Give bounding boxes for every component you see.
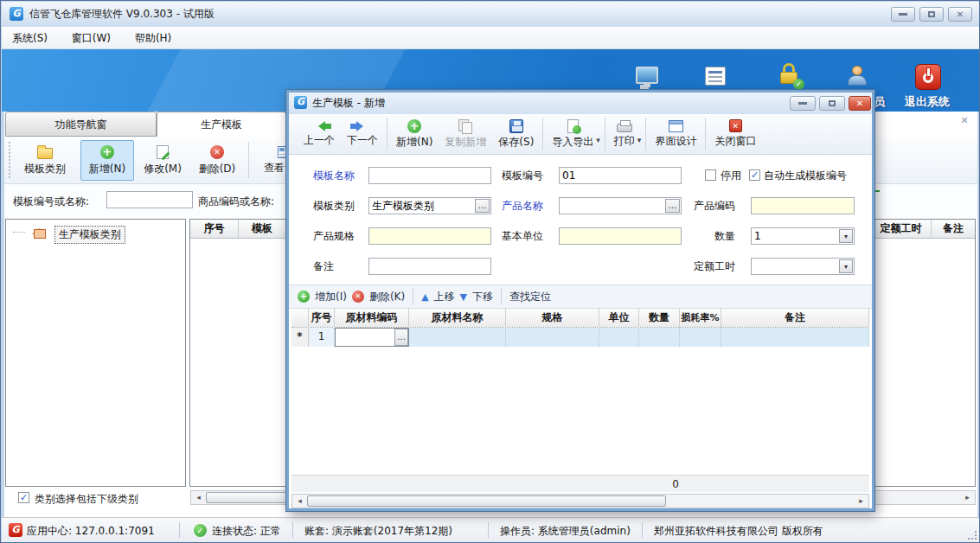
toolbar-separator	[705, 118, 706, 150]
list-header-quota-hours[interactable]: 定额工时	[871, 220, 932, 239]
tab-production-template[interactable]: 生产模板	[157, 112, 286, 137]
grid-delete-button[interactable]: 删除(K)	[369, 290, 405, 304]
chevron-down-icon[interactable]: ▾	[596, 136, 600, 144]
exit-system-label[interactable]: 退出系统	[905, 94, 950, 110]
bill-list-icon[interactable]	[705, 67, 726, 86]
dialog-add-button[interactable]: +新增(N)	[390, 116, 439, 152]
check-icon: ✓	[750, 170, 759, 180]
scroll-left-icon[interactable]: ◂	[293, 495, 306, 507]
close-window-button[interactable]: ✕关闭窗口	[708, 116, 762, 152]
list-header-remark[interactable]: 备注	[932, 220, 975, 239]
copy-add-button: 复制新增	[439, 116, 492, 152]
product-spec-input	[368, 227, 491, 245]
main-titlebar: G 信管飞仓库管理软件 V9.0.303 - 试用版 ✕	[2, 2, 980, 27]
tree-root-item[interactable]: 生产模板类别	[13, 225, 125, 240]
chevron-down-icon[interactable]: ▾	[839, 229, 853, 243]
qty-cell[interactable]	[639, 328, 680, 347]
grid-header-loss-rate[interactable]: 损耗率%	[680, 309, 721, 328]
dialog-maximize-button[interactable]	[819, 96, 845, 111]
move-up-button[interactable]: 上移	[434, 290, 455, 304]
dialog-hscrollbar[interactable]: ◂ ▸	[291, 494, 869, 508]
remark-cell[interactable]	[721, 328, 869, 347]
production-template-dialog: G 生产模板 - 新增 ✕ 上一个 下一个 +新增(N) 复制新增 保存(S) …	[286, 90, 874, 511]
desktop-icon[interactable]	[636, 67, 658, 84]
tab-close-icon[interactable]: ✕	[958, 114, 971, 128]
grid-header-seq[interactable]: 序号	[309, 309, 335, 328]
save-button[interactable]: 保存(S)	[492, 116, 540, 152]
grid-header-qty[interactable]: 数量	[639, 309, 680, 328]
tab-nav-window[interactable]: 功能导航窗	[5, 112, 157, 137]
grid-add-button[interactable]: 增加(I)	[315, 290, 347, 304]
category-input[interactable]	[369, 198, 490, 214]
toolbar-separator	[387, 118, 388, 150]
remark-input[interactable]	[368, 258, 491, 275]
prev-button[interactable]: 上一个	[298, 116, 341, 152]
add-button[interactable]: + 新增(N)	[80, 140, 134, 181]
remark-label: 备注	[313, 258, 334, 275]
grid-header-material-name[interactable]: 原材料名称	[409, 309, 506, 328]
auto-no-checkbox[interactable]: ✓	[749, 169, 760, 181]
operator-icon[interactable]	[847, 66, 868, 86]
grid-header-spec[interactable]: 规格	[506, 309, 599, 328]
base-unit-label: 基本单位	[502, 227, 543, 245]
list-header-seq[interactable]: 序号	[190, 220, 239, 239]
import-export-button[interactable]: 导入导出	[546, 116, 599, 152]
unit-cell[interactable]	[599, 328, 639, 347]
template-category-button[interactable]: 模板类别	[13, 140, 77, 181]
include-sub-checkbox[interactable]: ✓	[18, 492, 29, 503]
material-code-cell[interactable]: …	[335, 328, 409, 347]
print-button[interactable]: 打印	[608, 116, 641, 152]
browse-icon[interactable]: …	[394, 329, 408, 346]
template-filter-label: 模板编号或名称:	[13, 195, 89, 209]
chevron-down-icon[interactable]: ▾	[637, 136, 642, 144]
product-name-input[interactable]	[560, 198, 681, 214]
operator-label-partial[interactable]: 员	[874, 94, 885, 110]
account-status: 账套: 演示账套(2017年第12期)	[304, 524, 452, 539]
disabled-checkbox[interactable]	[705, 169, 716, 181]
menu-system[interactable]: 系统(S)	[2, 27, 58, 46]
auto-no-label: 自动生成模板编号	[764, 167, 847, 184]
status-separator	[179, 522, 180, 538]
product-spec-label: 产品规格	[313, 227, 355, 245]
delete-button[interactable]: ✕ 删除(D)	[191, 140, 243, 181]
plus-icon: +	[298, 291, 310, 303]
template-name-input[interactable]	[368, 167, 491, 184]
lock-icon[interactable]: ✓	[778, 63, 802, 87]
menu-window[interactable]: 窗口(W)	[61, 27, 121, 46]
find-locate-button[interactable]: 查找定位	[509, 290, 551, 304]
dialog-toolbar: 上一个 下一个 +新增(N) 复制新增 保存(S) 导入导出 ▾ 打印 ▾ 界面…	[289, 114, 872, 155]
template-filter-input[interactable]	[106, 191, 193, 208]
grid-header-remark[interactable]: 备注	[721, 309, 869, 328]
tree-root-label[interactable]: 生产模板类别	[54, 226, 125, 244]
template-no-input[interactable]	[559, 167, 682, 184]
scroll-left-icon[interactable]: ◂	[192, 492, 205, 503]
dialog-hscroll-thumb[interactable]	[307, 495, 666, 507]
material-name-cell[interactable]	[409, 328, 506, 347]
spec-cell[interactable]	[506, 328, 599, 347]
edit-button[interactable]: 修改(M)	[138, 140, 188, 181]
menu-help[interactable]: 帮助(H)	[125, 27, 182, 46]
toolbar-separator	[501, 288, 502, 305]
next-button[interactable]: 下一个	[341, 116, 384, 152]
row-seq-cell[interactable]: 1	[309, 328, 335, 347]
connection-ok-icon: ✓	[194, 524, 207, 537]
exit-power-icon[interactable]	[915, 64, 941, 90]
grid-header-unit[interactable]: 单位	[599, 309, 639, 328]
scroll-right-icon[interactable]: ▸	[961, 492, 974, 503]
move-down-button[interactable]: 下移	[472, 290, 493, 304]
dialog-close-button[interactable]: ✕	[849, 96, 871, 111]
chevron-down-icon[interactable]: ▾	[839, 259, 853, 273]
browse-icon[interactable]: …	[475, 199, 490, 213]
minimize-button[interactable]	[891, 7, 915, 22]
ui-design-button[interactable]: 界面设计	[649, 116, 702, 152]
close-button[interactable]: ✕	[948, 7, 972, 22]
scroll-right-icon[interactable]: ▸	[855, 495, 868, 507]
loss-rate-cell[interactable]	[680, 328, 721, 347]
quota-hours-combo: ▾	[751, 258, 855, 275]
grid-header-material-code[interactable]: 原材料编码	[335, 309, 409, 328]
maximize-button[interactable]	[919, 7, 944, 22]
dialog-minimize-button[interactable]	[790, 96, 816, 111]
resize-grip[interactable]	[968, 531, 977, 540]
row-marker: *	[291, 328, 309, 347]
dialog-logo-icon: G	[294, 96, 307, 109]
